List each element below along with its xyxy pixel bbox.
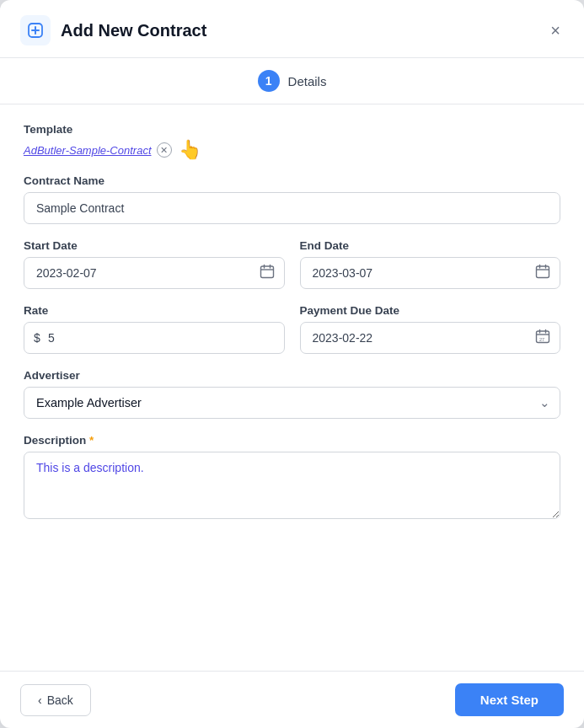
advertiser-label: Advertiser: [24, 369, 560, 382]
add-icon: [20, 15, 51, 46]
currency-symbol: $: [34, 331, 40, 345]
close-button[interactable]: ×: [547, 19, 564, 42]
description-label: Description: [24, 434, 560, 447]
modal-title: Add New Contract: [61, 21, 537, 40]
back-label: Back: [47, 693, 73, 707]
add-new-contract-modal: Add New Contract × 1 Details Template Ad…: [0, 0, 584, 728]
start-date-label: Start Date: [24, 239, 285, 252]
end-date-input[interactable]: [300, 257, 561, 289]
contract-name-input[interactable]: [24, 192, 560, 224]
start-date-field: Start Date: [24, 239, 285, 289]
description-field: Description This is a description.: [24, 434, 560, 519]
template-field: Template AdButler-Sample-Contract ✕ 👆: [24, 123, 560, 159]
next-step-button[interactable]: Next Step: [455, 683, 564, 716]
rate-field: Rate $: [24, 304, 285, 354]
payment-due-label: Payment Due Date: [300, 304, 561, 317]
date-row: Start Date End Date: [24, 239, 560, 289]
chevron-left-icon: ‹: [38, 693, 42, 707]
end-date-wrap: [300, 257, 561, 289]
end-date-field: End Date: [300, 239, 561, 289]
advertiser-select-wrap: Example Advertiser Advertiser 2 Advertis…: [24, 387, 560, 419]
rate-payment-row: Rate $ Payment Due Date: [24, 304, 560, 354]
step-bar: 1 Details: [0, 58, 584, 104]
description-textarea[interactable]: This is a description.: [24, 452, 560, 519]
rate-label: Rate: [24, 304, 285, 317]
step-label: Details: [288, 74, 327, 88]
form-body: Template AdButler-Sample-Contract ✕ 👆 Co…: [0, 104, 584, 671]
modal-footer: ‹ Back Next Step: [0, 671, 584, 728]
advertiser-select[interactable]: Example Advertiser Advertiser 2 Advertis…: [24, 387, 560, 419]
cursor-hand-icon: 👆: [179, 141, 201, 159]
modal-header: Add New Contract ×: [0, 0, 584, 58]
rate-input[interactable]: [24, 322, 285, 354]
start-date-input[interactable]: [24, 257, 285, 289]
advertiser-field: Advertiser Example Advertiser Advertiser…: [24, 369, 560, 419]
payment-due-wrap: 27: [300, 322, 561, 354]
payment-due-field: Payment Due Date 27: [300, 304, 561, 354]
contract-name-label: Contract Name: [24, 174, 560, 187]
payment-due-input[interactable]: [300, 322, 561, 354]
template-tag-wrap: AdButler-Sample-Contract ✕ 👆: [24, 141, 560, 159]
step-number: 1: [258, 70, 280, 92]
rate-wrap: $: [24, 322, 285, 354]
contract-name-field: Contract Name: [24, 174, 560, 224]
template-label: Template: [24, 123, 560, 136]
start-date-wrap: [24, 257, 285, 289]
back-button[interactable]: ‹ Back: [20, 684, 91, 716]
template-tag[interactable]: AdButler-Sample-Contract: [24, 144, 152, 157]
template-remove-button[interactable]: ✕: [157, 142, 172, 158]
end-date-label: End Date: [300, 239, 561, 252]
